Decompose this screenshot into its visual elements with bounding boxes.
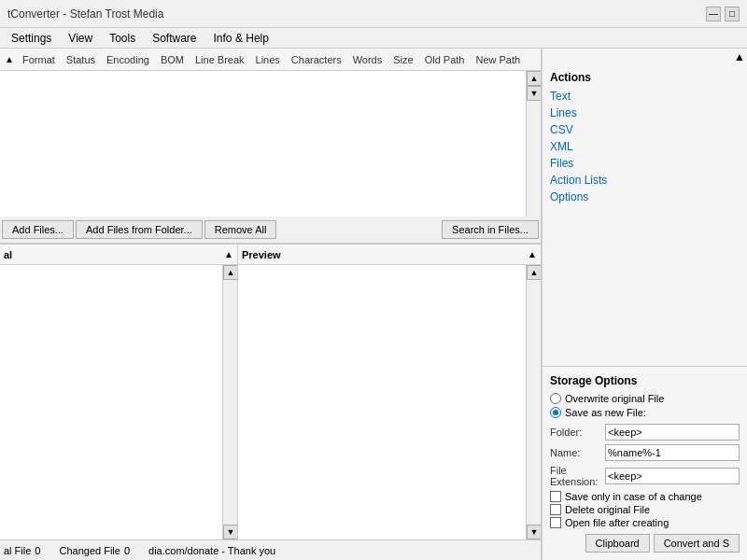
col-format: Format <box>17 54 61 65</box>
folder-input[interactable] <box>605 424 740 441</box>
title-bar: tConverter - Stefan Trost Media — □ <box>0 0 747 28</box>
panel-left-sort[interactable]: ▲ <box>224 249 233 259</box>
col-encoding: Encoding <box>101 54 155 65</box>
panel-left-content[interactable]: ▲ ▼ <box>0 265 237 539</box>
name-label: Name: <box>550 447 605 458</box>
checkbox-save-change[interactable]: Save only in case of a change <box>550 491 740 502</box>
right-sidebar: ▲ Actions Text Lines CSV XML Files Actio… <box>542 49 747 560</box>
window-title: tConverter - Stefan Trost Media <box>7 7 163 21</box>
scroll-up[interactable]: ▲ <box>527 71 541 86</box>
panel-left-header: al ▲ <box>0 245 237 265</box>
col-lines: Lines <box>250 54 286 65</box>
checkbox-delete-original-label: Delete original File <box>565 504 650 515</box>
actions-section: Actions Text Lines CSV XML Files Action … <box>543 63 747 209</box>
sidebar-scroll-top: ▲ <box>543 49 747 63</box>
status-donate: dia.com/donate - Thank you <box>148 545 275 556</box>
status-bar: al File 0 Changed File 0 dia.com/donate … <box>0 539 541 560</box>
menu-tools[interactable]: Tools <box>102 30 143 47</box>
name-row: Name: <box>550 444 740 461</box>
file-toolbar: Add Files... Add Files from Folder... Re… <box>0 217 541 244</box>
add-files-button[interactable]: Add Files... <box>2 220 74 239</box>
panel-left-scroll-down[interactable]: ▼ <box>223 525 237 539</box>
remove-all-button[interactable]: Remove All <box>204 220 277 239</box>
col-bom: BOM <box>155 54 190 65</box>
checkbox-group: Save only in case of a change Delete ori… <box>550 491 740 528</box>
window-controls: — □ <box>706 7 740 21</box>
action-csv[interactable]: CSV <box>550 121 740 138</box>
radio-overwrite-circle[interactable] <box>550 393 561 404</box>
menu-settings[interactable]: Settings <box>4 30 59 47</box>
sidebar-spacer <box>543 209 747 366</box>
action-action-lists[interactable]: Action Lists <box>550 172 740 189</box>
radio-save-new-circle[interactable] <box>550 407 561 418</box>
folder-label: Folder: <box>550 427 605 438</box>
clipboard-button[interactable]: Clipboard <box>585 534 650 553</box>
search-in-files-button[interactable]: Search in Files... <box>442 220 539 239</box>
sort-arrow-up[interactable]: ▲ <box>2 49 17 71</box>
file-list-content[interactable]: ▲ ▼ <box>0 71 541 217</box>
actions-title: Actions <box>550 67 740 84</box>
checkbox-open-after-label: Open file after creating <box>565 517 669 528</box>
radio-save-new-label: Save as new File: <box>565 407 646 418</box>
panel-right-sort[interactable]: ▲ <box>528 249 537 259</box>
panel-right-header: Preview ▲ <box>238 245 541 265</box>
col-characters: Characters <box>286 54 347 65</box>
panel-left-scroll-up[interactable]: ▲ <box>223 265 237 280</box>
sidebar-top-arrow-icon[interactable]: ▲ <box>734 50 745 63</box>
storage-radio-group: Overwrite original File Save as new File… <box>550 393 740 418</box>
ext-input[interactable] <box>605 468 740 484</box>
panel-right-scrollbar[interactable]: ▲ ▼ <box>526 265 541 539</box>
panel-right-content[interactable]: ▲ ▼ <box>238 265 541 539</box>
panel-right: Preview ▲ ▲ ▼ <box>238 245 541 539</box>
menu-software[interactable]: Software <box>145 30 204 47</box>
ext-row: File Extension: <box>550 465 740 487</box>
col-size: Size <box>388 54 418 65</box>
radio-overwrite-label: Overwrite original File <box>565 393 664 404</box>
bottom-action-buttons: Clipboard Convert and S <box>550 534 740 553</box>
status-changed: Changed File 0 <box>59 545 130 556</box>
name-input[interactable] <box>605 444 740 461</box>
checkbox-open-after-box[interactable] <box>550 517 561 528</box>
original-file-label: al File <box>4 545 31 556</box>
column-headers: ▲ Format Status Encoding BOM Line Break … <box>0 49 541 71</box>
checkbox-save-change-box[interactable] <box>550 491 561 502</box>
checkbox-open-after[interactable]: Open file after creating <box>550 517 740 528</box>
checkbox-save-change-label: Save only in case of a change <box>565 491 702 502</box>
checkbox-delete-original[interactable]: Delete original File <box>550 504 740 515</box>
col-newpath: New Path <box>470 54 526 65</box>
radio-overwrite[interactable]: Overwrite original File <box>550 393 740 404</box>
add-from-folder-button[interactable]: Add Files from Folder... <box>76 220 203 239</box>
storage-title: Storage Options <box>550 374 740 387</box>
convert-button[interactable]: Convert and S <box>654 534 740 553</box>
minimize-button[interactable]: — <box>706 7 721 21</box>
file-list-area: ▲ Format Status Encoding BOM Line Break … <box>0 49 541 245</box>
action-lines[interactable]: Lines <box>550 105 740 121</box>
maximize-button[interactable]: □ <box>725 7 740 21</box>
panel-left-scrollbar[interactable]: ▲ ▼ <box>222 265 237 539</box>
menu-bar: Settings View Tools Software Info & Help <box>0 28 747 49</box>
action-files[interactable]: Files <box>550 155 740 172</box>
col-linebreak: Line Break <box>190 54 250 65</box>
panel-right-scroll-up[interactable]: ▲ <box>527 265 541 280</box>
action-text[interactable]: Text <box>550 88 740 105</box>
original-file-count: 0 <box>35 545 40 556</box>
panel-left: al ▲ ▲ ▼ <box>0 245 238 539</box>
storage-options: Storage Options Overwrite original File … <box>543 366 747 560</box>
action-xml[interactable]: XML <box>550 138 740 155</box>
menu-view[interactable]: View <box>61 30 100 47</box>
panel-right-title: Preview <box>242 249 528 260</box>
scroll-down[interactable]: ▼ <box>527 86 541 101</box>
checkbox-delete-original-box[interactable] <box>550 504 561 515</box>
col-oldpath: Old Path <box>419 54 471 65</box>
col-status: Status <box>61 54 101 65</box>
menu-info-help[interactable]: Info & Help <box>206 30 276 47</box>
panel-right-scroll-down[interactable]: ▼ <box>527 525 541 539</box>
changed-file-label: Changed File <box>59 545 120 556</box>
radio-save-new[interactable]: Save as new File: <box>550 407 740 418</box>
file-list-scrollbar[interactable]: ▲ ▼ <box>526 71 541 217</box>
panel-left-title: al <box>4 249 224 260</box>
action-options[interactable]: Options <box>550 189 740 205</box>
changed-file-count: 0 <box>124 545 130 556</box>
main-container: ▲ Format Status Encoding BOM Line Break … <box>0 49 747 560</box>
status-original: al File 0 <box>4 545 40 556</box>
